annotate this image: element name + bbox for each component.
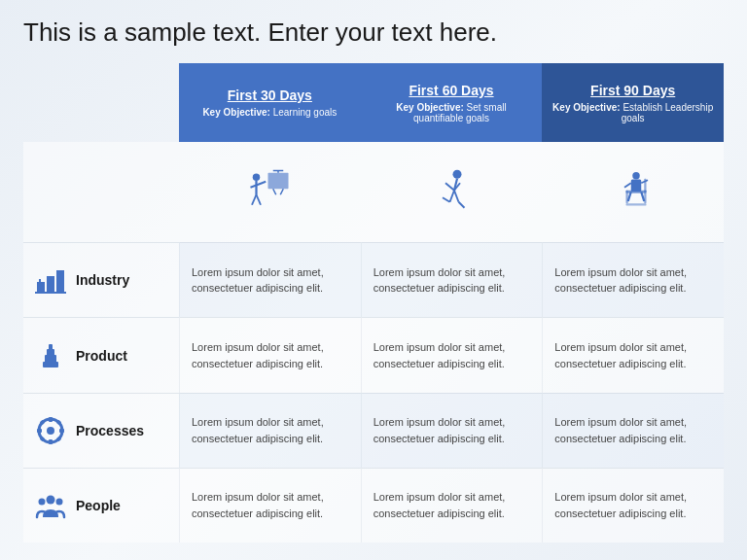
svg-rect-22 bbox=[625, 203, 646, 205]
row-processes-label: Processes bbox=[23, 393, 179, 468]
col2-key-objective-label: Key Objective: bbox=[396, 102, 463, 113]
product-cell-2: Lorem ipsum dolor sit amet, consectetuer… bbox=[361, 317, 543, 392]
processes-icon bbox=[35, 415, 66, 446]
icon-cell-col1 bbox=[179, 142, 361, 242]
svg-rect-34 bbox=[39, 279, 41, 284]
svg-rect-37 bbox=[47, 349, 54, 356]
product-label-text: Product bbox=[76, 348, 127, 364]
col1-key-objective-label: Key Objective: bbox=[202, 107, 269, 118]
svg-rect-25 bbox=[630, 179, 641, 192]
svg-point-24 bbox=[632, 172, 640, 180]
people-label-text: People bbox=[76, 498, 121, 513]
svg-rect-32 bbox=[56, 270, 64, 294]
svg-rect-38 bbox=[49, 344, 53, 350]
industry-cell-1: Lorem ipsum dolor sit amet, consectetuer… bbox=[179, 242, 361, 317]
svg-rect-43 bbox=[59, 429, 64, 433]
header-empty-cell bbox=[23, 63, 179, 142]
people-icon bbox=[35, 490, 66, 521]
svg-rect-21 bbox=[625, 190, 627, 203]
svg-point-50 bbox=[56, 498, 63, 505]
icon-cell-col3 bbox=[542, 142, 724, 242]
svg-line-16 bbox=[443, 197, 450, 202]
svg-line-9 bbox=[252, 194, 257, 205]
people-cell-1: Lorem ipsum dolor sit amet, consectetuer… bbox=[179, 468, 361, 542]
header-col-1: First 30 Days Key Objective: Learning go… bbox=[179, 63, 361, 142]
product-icon bbox=[35, 340, 66, 371]
col1-key-objective-value: Learning goals bbox=[273, 107, 338, 118]
product-cell-3: Lorem ipsum dolor sit amet, consectetuer… bbox=[542, 317, 724, 392]
people-cell-2: Lorem ipsum dolor sit amet, consectetuer… bbox=[361, 468, 543, 542]
icon-row-empty bbox=[23, 142, 179, 242]
seated-icon bbox=[604, 163, 662, 222]
svg-rect-20 bbox=[644, 190, 646, 203]
svg-line-13 bbox=[445, 183, 454, 191]
row-product-label: Product bbox=[23, 317, 179, 392]
svg-point-5 bbox=[253, 173, 261, 181]
svg-rect-42 bbox=[37, 429, 42, 433]
col1-title: First 30 Days bbox=[228, 88, 312, 103]
svg-line-10 bbox=[257, 194, 262, 205]
page: This is a sample text. Enter your text h… bbox=[0, 0, 747, 560]
svg-line-7 bbox=[257, 181, 267, 185]
svg-line-18 bbox=[458, 201, 464, 207]
svg-point-39 bbox=[47, 427, 54, 435]
svg-rect-31 bbox=[47, 276, 54, 294]
col3-key-objective-value: Establish Leadership goals bbox=[622, 102, 714, 123]
row-people-label: People bbox=[23, 468, 179, 542]
processes-cell-1: Lorem ipsum dolor sit amet, consectetuer… bbox=[179, 393, 361, 468]
svg-line-17 bbox=[454, 190, 459, 201]
main-table: First 30 Days Key Objective: Learning go… bbox=[23, 63, 724, 542]
industry-icon bbox=[35, 264, 66, 296]
people-cell-3: Lorem ipsum dolor sit amet, consectetuer… bbox=[542, 468, 724, 542]
presenter-icon bbox=[240, 163, 299, 222]
industry-cell-2: Lorem ipsum dolor sit amet, consectetuer… bbox=[361, 242, 543, 317]
svg-rect-41 bbox=[49, 439, 53, 444]
icon-cell-col2 bbox=[361, 142, 543, 242]
page-title: This is a sample text. Enter your text h… bbox=[23, 18, 724, 48]
svg-line-4 bbox=[281, 189, 284, 194]
industry-cell-3: Lorem ipsum dolor sit amet, consectetuer… bbox=[542, 242, 724, 317]
header-col-2: First 60 Days Key Objective: Set small q… bbox=[361, 63, 543, 142]
svg-rect-33 bbox=[35, 292, 66, 294]
running-icon bbox=[422, 163, 480, 222]
processes-label-text: Processes bbox=[76, 423, 144, 438]
processes-cell-2: Lorem ipsum dolor sit amet, consectetuer… bbox=[361, 393, 543, 468]
svg-line-3 bbox=[273, 189, 276, 194]
svg-rect-36 bbox=[45, 355, 56, 363]
processes-cell-3: Lorem ipsum dolor sit amet, consectetuer… bbox=[542, 393, 724, 468]
col1-subtitle: Key Objective: Learning goals bbox=[202, 107, 337, 118]
header-col-3: First 90 Days Key Objective: Establish L… bbox=[542, 63, 724, 142]
col3-subtitle: Key Objective: Establish Leadership goal… bbox=[551, 102, 714, 123]
col2-subtitle: Key Objective: Set small quantifiable go… bbox=[371, 102, 533, 123]
svg-point-11 bbox=[452, 169, 461, 178]
col3-title: First 90 Days bbox=[590, 83, 675, 98]
svg-line-15 bbox=[449, 190, 454, 201]
industry-label-text: Industry bbox=[76, 272, 129, 288]
svg-point-49 bbox=[39, 498, 46, 505]
svg-rect-0 bbox=[268, 172, 289, 189]
col2-title: First 60 Days bbox=[409, 83, 493, 98]
row-industry-label: Industry bbox=[23, 242, 179, 317]
col3-key-objective-label: Key Objective: bbox=[552, 102, 620, 113]
svg-rect-40 bbox=[49, 417, 53, 422]
svg-point-48 bbox=[47, 495, 55, 504]
product-cell-1: Lorem ipsum dolor sit amet, consectetuer… bbox=[179, 317, 361, 392]
svg-line-28 bbox=[624, 183, 631, 188]
